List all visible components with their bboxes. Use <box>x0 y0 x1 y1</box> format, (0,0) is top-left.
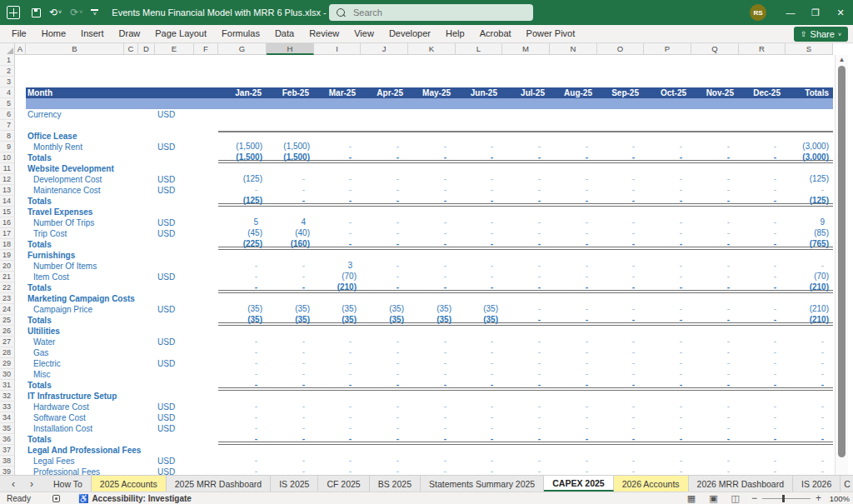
cell-label-travel-expenses[interactable]: Travel Expenses <box>26 207 155 217</box>
cell-Apr-25-row13[interactable]: - <box>361 185 408 196</box>
cell-unit[interactable]: USD <box>155 174 194 185</box>
cell-Feb-25-row14[interactable]: - <box>267 196 314 203</box>
cell-Sep-25-row21[interactable]: - <box>597 272 644 282</box>
cell-Oct-25-row35[interactable]: - <box>644 423 691 434</box>
cell-Sep-25-row20[interactable]: - <box>597 261 644 272</box>
table-header-Oct-25[interactable]: Oct-25 <box>644 87 691 98</box>
sheet-tab-2025-accounts[interactable]: 2025 Accounts <box>92 476 167 492</box>
cell-Apr-25-row36[interactable]: - <box>361 434 408 442</box>
cell-Aug-25-row36[interactable]: - <box>550 434 597 442</box>
cell-Mar-25-row9[interactable]: - <box>314 142 361 152</box>
cell-Dec-25-row9[interactable]: - <box>739 142 786 152</box>
cell-label-website-development[interactable]: Website Development <box>26 163 155 174</box>
cell-Jan-25-row20[interactable]: - <box>218 261 267 272</box>
cell-Apr-25-row29[interactable]: - <box>361 358 408 369</box>
cell-label-ultilities[interactable]: Ultilities <box>26 326 155 337</box>
cell-Feb-25-row25[interactable]: (35) <box>267 315 314 322</box>
cell-Feb-25-row21[interactable]: - <box>267 272 314 282</box>
cell-unit[interactable]: USD <box>155 142 194 152</box>
cell-Aug-25-row34[interactable]: - <box>550 412 597 423</box>
cell-label-totals[interactable]: Totals <box>26 380 155 391</box>
normal-view-icon[interactable]: ▦ <box>687 493 696 504</box>
cell-Aug-25-row9[interactable]: - <box>550 142 597 152</box>
cell-May-25-row9[interactable]: - <box>408 142 456 152</box>
sheet-tab-statements-summary-2025[interactable]: Statements Summary 2025 <box>421 476 544 492</box>
cell-totals-row12[interactable]: (125) <box>786 174 833 185</box>
cell-label-professional-fees[interactable]: Professional Fees <box>26 467 155 475</box>
cell-unit[interactable]: USD <box>155 456 194 467</box>
sheet-tab-how-to[interactable]: How To <box>45 476 92 492</box>
cell-totals-row36[interactable]: - <box>786 434 833 442</box>
cell-label-installation-cost[interactable]: Installation Cost <box>26 423 155 434</box>
cell-Jan-25-row31[interactable]: - <box>218 380 267 387</box>
cell-Sep-25-row12[interactable]: - <box>597 174 644 185</box>
cell-unit[interactable] <box>155 207 194 217</box>
cell-Oct-25-row27[interactable]: - <box>644 337 691 347</box>
cell-Jun-25-row22[interactable]: - <box>456 282 502 290</box>
row-header-1[interactable]: 1 <box>0 55 15 66</box>
cell-Feb-25-row39[interactable]: - <box>267 467 314 475</box>
cell-unit[interactable]: USD <box>155 467 194 475</box>
row-header-31[interactable]: 31 <box>0 380 15 391</box>
cell-unit[interactable] <box>155 239 194 250</box>
cell-label-number-of-items[interactable]: Number Of Items <box>26 261 155 272</box>
cell-Oct-25-row13[interactable]: - <box>644 185 691 196</box>
redo-icon[interactable]: ⟳˅ <box>70 7 82 17</box>
cell-Dec-25-row12[interactable]: - <box>739 174 786 185</box>
cell-Oct-25-row38[interactable]: - <box>644 456 691 467</box>
cell-Apr-25-row21[interactable]: - <box>361 272 408 282</box>
cell-Mar-25-row35[interactable]: - <box>314 423 361 434</box>
table-header-Nov-25[interactable]: Nov-25 <box>691 87 739 98</box>
cell-unit[interactable] <box>155 293 194 304</box>
cell-label-number-of-trips[interactable]: Number Of Trips <box>26 217 155 228</box>
sheet-tab-is-2026[interactable]: IS 2026 <box>793 476 841 492</box>
cell-Sep-25-row25[interactable]: - <box>597 315 644 322</box>
cell-Feb-25-row38[interactable]: - <box>267 456 314 467</box>
cell-Jan-25-row30[interactable]: - <box>218 369 267 380</box>
row-header-25[interactable]: 25 <box>0 315 15 326</box>
cell-May-25-row16[interactable]: - <box>408 217 456 228</box>
cell-Jul-25-row16[interactable]: - <box>502 217 550 228</box>
page-layout-view-icon[interactable]: ▣ <box>709 493 717 504</box>
cell-Jun-25-row24[interactable]: (35) <box>456 304 502 315</box>
cell-Mar-25-row31[interactable]: - <box>314 380 361 387</box>
cell-Jul-25-row36[interactable]: - <box>502 434 550 442</box>
cell-Jan-25-row29[interactable]: - <box>218 358 267 369</box>
table-header-May-25[interactable]: May-25 <box>408 87 456 98</box>
row-header-2[interactable]: 2 <box>0 66 15 77</box>
cell-Apr-25-row9[interactable]: - <box>361 142 408 152</box>
cell-Dec-25-row29[interactable]: - <box>739 358 786 369</box>
cell-Jun-25-row34[interactable]: - <box>456 412 502 423</box>
cell-totals-row35[interactable]: - <box>786 423 833 434</box>
table-header-Mar-25[interactable]: Mar-25 <box>314 87 361 98</box>
cell-Nov-25-row33[interactable]: - <box>691 402 739 412</box>
excel-app-icon[interactable] <box>7 6 20 19</box>
cell-Feb-25-row12[interactable]: - <box>267 174 314 185</box>
cell-Jul-25-row39[interactable]: - <box>502 467 550 475</box>
cell-Apr-25-row28[interactable]: - <box>361 347 408 358</box>
cell-unit[interactable]: USD <box>155 228 194 239</box>
cell-Sep-25-row31[interactable]: - <box>597 380 644 387</box>
cell-Dec-25-row20[interactable]: - <box>739 261 786 272</box>
cell-label-campaign-price[interactable]: Campaign Price <box>26 304 155 315</box>
cell-Mar-25-row39[interactable]: - <box>314 467 361 475</box>
cell-Oct-25-row24[interactable]: - <box>644 304 691 315</box>
zoom-out-icon[interactable]: − <box>751 494 757 502</box>
cell-label-furnishings[interactable]: Furnishings <box>26 250 155 261</box>
row-header-15[interactable]: 15 <box>0 207 15 217</box>
cell-Feb-25-row31[interactable]: - <box>267 380 314 387</box>
cell-May-25-row13[interactable]: - <box>408 185 456 196</box>
cell-Apr-25-row17[interactable]: - <box>361 228 408 239</box>
row-header-27[interactable]: 27 <box>0 337 15 347</box>
cell-Oct-25-row20[interactable]: - <box>644 261 691 272</box>
cell-Jun-25-row33[interactable]: - <box>456 402 502 412</box>
cell-label-totals[interactable]: Totals <box>26 282 155 293</box>
cell-Feb-25-row9[interactable]: (1,500) <box>267 142 314 152</box>
cell-May-25-row28[interactable]: - <box>408 347 456 358</box>
zoom-slider-thumb[interactable] <box>782 495 785 502</box>
cell-label-water[interactable]: Water <box>26 337 155 347</box>
cell-Dec-25-row13[interactable]: - <box>739 185 786 196</box>
cell-Apr-25-row39[interactable]: - <box>361 467 408 475</box>
cell-Aug-25-row17[interactable]: - <box>550 228 597 239</box>
row-header-4[interactable]: 4 <box>0 87 15 98</box>
